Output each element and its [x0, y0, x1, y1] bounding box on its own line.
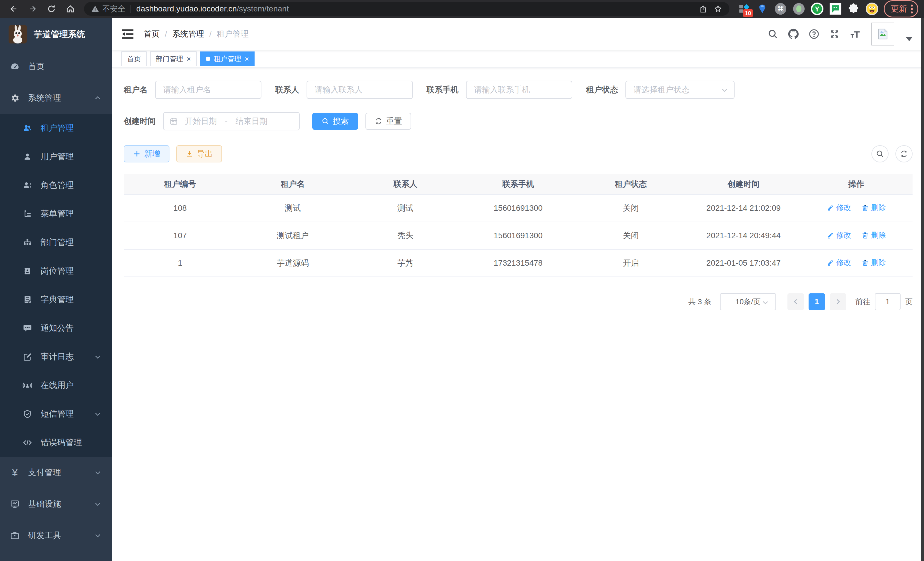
avatar-dropdown-caret[interactable] — [906, 37, 913, 41]
sidebar-item-system[interactable]: 系统管理 — [0, 82, 112, 114]
cell-tenant-name: 芋道源码 — [236, 249, 349, 277]
reset-button[interactable]: 重置 — [365, 113, 411, 130]
status-select[interactable] — [626, 81, 735, 99]
navbar-actions — [765, 23, 915, 45]
sidebar-item-audit-log[interactable]: 审计日志 — [0, 343, 112, 371]
avatar[interactable] — [872, 23, 894, 45]
browser-forward-button[interactable] — [25, 2, 40, 16]
sidebar-item-posts[interactable]: 岗位管理 — [0, 257, 112, 285]
sidebar-item-error-codes[interactable]: 错误码管理 — [0, 428, 112, 457]
broken-image-icon — [877, 28, 889, 40]
phone-input[interactable] — [466, 81, 572, 99]
share-button[interactable] — [696, 2, 711, 16]
close-icon[interactable]: × — [244, 55, 249, 63]
green-y-icon: Y — [811, 2, 824, 16]
browser-back-button[interactable] — [6, 2, 22, 16]
tab-tenant[interactable]: 租户管理 × — [200, 51, 255, 66]
sidebar-item-roles[interactable]: 角色管理 — [0, 171, 112, 200]
help-button[interactable] — [806, 26, 822, 42]
page-size-select[interactable]: 10条/页 — [720, 293, 776, 310]
sidebar-item-home[interactable]: 首页 — [0, 51, 112, 82]
sidebar-logo-row[interactable]: 芋道管理系统 — [0, 18, 112, 51]
cell-status: 关闭 — [574, 194, 687, 222]
tenant-name-input[interactable] — [155, 81, 261, 99]
cell-tenant-id: 1 — [124, 249, 236, 277]
security-status[interactable]: 不安全 — [91, 4, 125, 14]
extension-emoji-icon[interactable] — [866, 2, 879, 15]
extension-gem-icon[interactable] — [756, 2, 769, 15]
sidebar-item-menus[interactable]: 菜单管理 — [0, 200, 112, 228]
col-actions: 操作 — [800, 174, 913, 194]
filter-create-time: 创建时间 - — [124, 112, 300, 130]
collapse-sidebar-button[interactable] — [122, 28, 134, 40]
sidebar-item-devtools[interactable]: 研发工具 — [0, 520, 112, 551]
extension-command-icon[interactable]: ⌘ — [774, 2, 787, 15]
extension-tabs-icon[interactable]: 10 — [737, 2, 751, 15]
header-search-button[interactable] — [765, 26, 781, 42]
extension-recorder-icon[interactable] — [792, 2, 806, 15]
delete-link[interactable]: 删除 — [861, 230, 886, 240]
edit-link[interactable]: 修改 — [826, 258, 851, 268]
toggle-search-button[interactable] — [872, 145, 889, 162]
cell-created: 2021-01-05 17:03:47 — [687, 249, 800, 277]
edit-link[interactable]: 修改 — [826, 230, 851, 240]
delete-link[interactable]: 删除 — [861, 203, 886, 213]
tab-home[interactable]: 首页 — [122, 51, 147, 66]
date-range-picker[interactable]: - — [163, 112, 300, 130]
cell-contact: 芋艿 — [349, 249, 462, 277]
prev-page-button[interactable] — [788, 293, 804, 310]
refresh-table-button[interactable] — [896, 145, 913, 162]
extension-puzzle-icon[interactable] — [847, 2, 860, 15]
svg-text:⌘: ⌘ — [777, 5, 784, 13]
end-date-input[interactable] — [229, 117, 274, 126]
tree-list-icon — [22, 209, 33, 219]
edit-link[interactable]: 修改 — [826, 203, 851, 213]
filter-status: 租户状态 — [586, 81, 735, 99]
cell-tenant-id: 107 — [124, 222, 236, 249]
extension-y-icon[interactable]: Y — [811, 2, 824, 15]
add-button[interactable]: 新增 — [124, 145, 170, 162]
col-tenant-name: 租户名 — [236, 174, 349, 194]
sidebar-item-users[interactable]: 用户管理 — [0, 142, 112, 171]
breadcrumb-system[interactable]: 系统管理 — [172, 29, 204, 39]
font-size-button[interactable] — [847, 26, 863, 42]
start-date-input[interactable] — [178, 117, 224, 126]
browser-home-button[interactable] — [62, 2, 78, 16]
tab-departments[interactable]: 部门管理 × — [150, 51, 196, 66]
sidebar-item-sms[interactable]: 短信管理 — [0, 400, 112, 428]
sidebar-item-online-users[interactable]: 在线用户 — [0, 371, 112, 400]
address-bar[interactable]: 不安全 dashboard.yudao.iocoder.cn/system/te… — [84, 2, 729, 16]
table-row: 108 测试 测试 15601691300 关闭 2021-12-14 21:0… — [124, 194, 913, 222]
app-title: 芋道管理系统 — [34, 29, 85, 40]
screen: 不安全 dashboard.yudao.iocoder.cn/system/te… — [0, 0, 924, 561]
sidebar-item-dict[interactable]: 字典管理 — [0, 285, 112, 314]
sidebar-item-label: 短信管理 — [40, 408, 74, 420]
back-arrow-icon — [9, 4, 18, 14]
contact-input[interactable] — [307, 81, 413, 99]
sidebar-item-tenant[interactable]: 租户管理 — [0, 114, 112, 142]
tab-label: 部门管理 — [156, 54, 183, 63]
bookmark-button[interactable] — [711, 2, 725, 16]
sidebar-item-infra[interactable]: 基础设施 — [0, 488, 112, 520]
sidebar-item-departments[interactable]: 部门管理 — [0, 228, 112, 257]
breadcrumb-home[interactable]: 首页 — [144, 29, 160, 39]
next-page-button[interactable] — [830, 293, 846, 310]
search-button[interactable]: 搜索 — [312, 113, 358, 130]
close-icon[interactable]: × — [187, 55, 191, 63]
browser-reload-button[interactable] — [44, 2, 59, 16]
sidebar-item-payment[interactable]: ¥ 支付管理 — [0, 457, 112, 488]
fullscreen-button[interactable] — [826, 26, 843, 42]
sidebar-item-notice[interactable]: 通知公告 — [0, 314, 112, 343]
scrollbar[interactable] — [921, 18, 924, 561]
delete-link[interactable]: 删除 — [861, 258, 886, 268]
status-select-input[interactable] — [626, 81, 735, 99]
extension-chat-icon[interactable] — [829, 2, 842, 15]
chevron-down-icon — [94, 469, 101, 476]
table-toolbar: 新增 导出 — [124, 145, 913, 162]
col-status: 租户状态 — [574, 174, 687, 194]
github-link[interactable] — [785, 26, 802, 42]
browser-update-button[interactable]: 更新 — [884, 0, 918, 17]
goto-page-input[interactable] — [875, 293, 901, 310]
export-button[interactable]: 导出 — [176, 145, 222, 162]
page-number-1[interactable]: 1 — [808, 293, 825, 310]
